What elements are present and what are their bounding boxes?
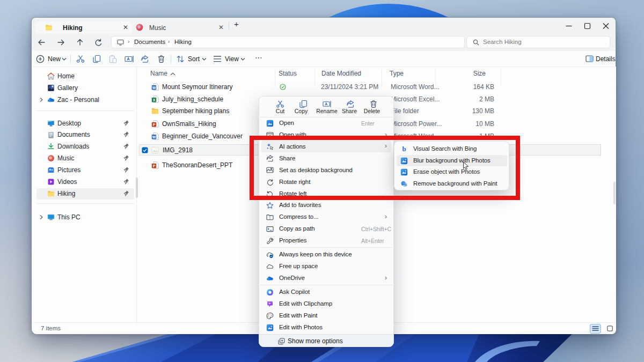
- svg-text:W: W: [152, 85, 156, 89]
- svg-text:W: W: [152, 135, 156, 138]
- svg-text:P: P: [153, 164, 156, 167]
- svg-text:P: P: [153, 122, 156, 126]
- svg-text:X: X: [153, 98, 156, 101]
